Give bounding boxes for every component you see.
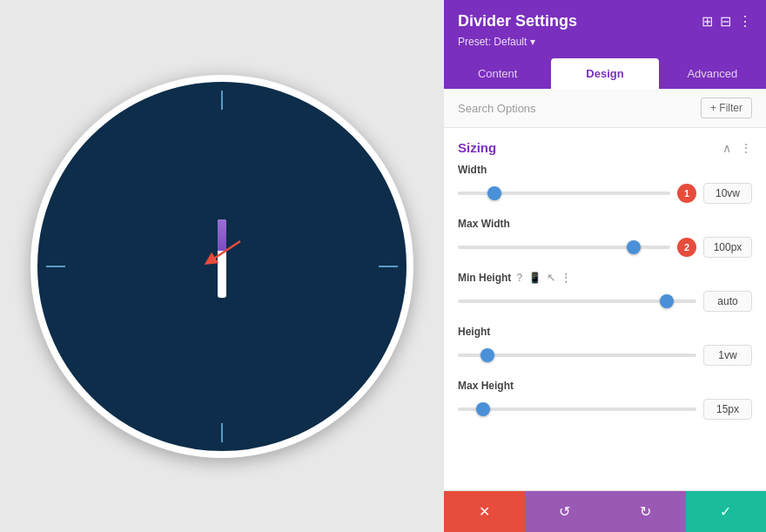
preset-chevron-icon: ▾ [530,36,535,48]
search-bar: + Filter [444,89,766,128]
preview-panel [0,0,444,532]
max-width-slider-row: 2 [458,237,752,258]
preset-label[interactable]: Preset: Default ▾ [458,36,752,48]
tab-bar: Content Design Advanced [444,58,766,89]
step-badge-1: 1 [677,184,696,203]
settings-panel: Divider Settings ⊞ ⊟ ⋮ Preset: Default ▾… [444,0,766,532]
tab-content[interactable]: Content [444,58,551,89]
width-slider-row: 1 [458,183,752,204]
max-height-slider[interactable] [458,407,696,411]
height-slider-container [458,347,696,364]
min-height-value-input[interactable] [703,291,752,312]
svg-line-1 [210,241,240,261]
sizing-section-header: Sizing ∧ ⋮ [458,128,752,164]
max-height-value-input[interactable] [703,399,752,420]
panel-footer: ✕ ↺ ↻ ✓ [444,490,766,532]
max-height-label: Max Height [458,380,752,392]
collapse-icon[interactable]: ∧ [722,141,731,155]
step-badge-2: 2 [677,238,696,257]
redo-button[interactable]: ↻ [605,491,686,532]
section-title: Sizing [458,140,496,155]
columns-icon[interactable]: ⊟ [720,13,731,30]
width-slider[interactable] [458,192,670,195]
tick-right [379,266,398,267]
tick-left [46,266,65,267]
max-width-slider-container [458,239,670,256]
min-height-slider-row [458,291,752,312]
max-width-field: Max Width 2 [458,218,752,258]
width-field: Width 1 [458,164,752,204]
min-height-field: Min Height ? 📱 ↖ ⋮ [458,272,752,312]
clock-visualization [30,75,413,458]
max-width-slider[interactable] [458,246,670,249]
header-icons: ⊞ ⊟ ⋮ [702,13,752,30]
device-icon[interactable]: 📱 [528,272,541,284]
arrow-annotation [192,237,245,275]
width-value-input[interactable] [703,183,752,204]
width-slider-container [458,185,670,202]
help-icon[interactable]: ? [516,272,522,284]
panel-content: Sizing ∧ ⋮ Width 1 Ma [444,128,766,490]
min-height-label: Min Height ? 📱 ↖ ⋮ [458,272,752,284]
max-width-value-input[interactable] [703,237,752,258]
min-height-slider[interactable] [458,300,696,303]
filter-button[interactable]: + Filter [701,98,752,118]
width-label: Width [458,164,752,176]
max-height-slider-container [458,401,696,418]
tab-design[interactable]: Design [551,58,658,89]
save-button[interactable]: ✓ [686,491,767,532]
section-more-icon[interactable]: ⋮ [740,141,752,155]
cancel-button[interactable]: ✕ [444,491,525,532]
max-height-field: Max Height [458,380,752,420]
expand-icon[interactable]: ⊞ [702,13,713,30]
panel-header: Divider Settings ⊞ ⊟ ⋮ Preset: Default ▾ [444,0,766,58]
height-field: Height [458,326,752,366]
max-height-slider-row [458,399,752,420]
section-controls: ∧ ⋮ [722,141,752,155]
tick-bottom [221,423,223,442]
more-icon[interactable]: ⋮ [738,13,752,30]
clock-face [30,75,413,458]
panel-title: Divider Settings [458,12,577,30]
min-height-slider-container [458,293,696,310]
min-height-more-icon[interactable]: ⋮ [561,272,571,284]
tab-advanced[interactable]: Advanced [659,58,766,89]
height-label: Height [458,326,752,338]
header-top: Divider Settings ⊞ ⊟ ⋮ [458,12,752,30]
search-input[interactable] [458,102,694,115]
max-width-label: Max Width [458,218,752,230]
tick-top [221,91,223,110]
height-value-input[interactable] [703,345,752,366]
cursor-icon[interactable]: ↖ [547,272,555,284]
height-slider[interactable] [458,354,696,357]
reset-button[interactable]: ↺ [525,491,606,532]
height-slider-row [458,345,752,366]
